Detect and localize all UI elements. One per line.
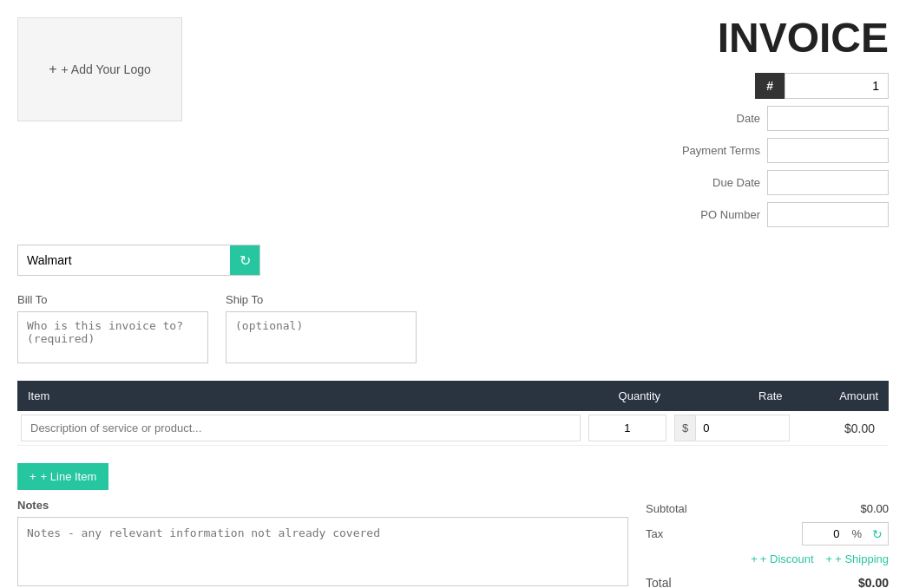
logo-upload-area[interactable]: + + Add Your Logo: [17, 17, 182, 121]
due-date-label: Due Date: [712, 176, 760, 189]
amount-header: Amount: [793, 381, 889, 411]
item-description-input[interactable]: [21, 415, 581, 441]
date-row: Date: [682, 106, 889, 131]
discount-shipping-row: + + Discount + + Shipping: [646, 552, 889, 565]
add-logo-label: + Add Your Logo: [62, 62, 151, 76]
refresh-company-button[interactable]: ↻: [230, 245, 259, 275]
plus-icon: +: [49, 62, 56, 77]
company-name-input[interactable]: [18, 246, 230, 274]
hash-label: #: [755, 73, 785, 99]
tax-refresh-icon: ↻: [872, 527, 883, 541]
rate-header: Rate: [671, 381, 793, 411]
shipping-plus-icon: +: [826, 552, 833, 565]
line-amount: $0.00: [844, 421, 882, 435]
bill-to-label: Bill To: [17, 293, 208, 306]
items-table: Item Quantity Rate Amount $: [17, 381, 889, 446]
rate-currency: $: [675, 415, 696, 441]
invoice-number-input[interactable]: [785, 73, 889, 99]
quantity-input[interactable]: [588, 415, 666, 441]
add-line-icon: +: [30, 470, 36, 483]
table-row: $ $0.00: [17, 411, 889, 446]
due-date-row: Due Date: [682, 170, 889, 195]
date-input[interactable]: [767, 106, 889, 131]
invoice-number-row: #: [755, 73, 889, 99]
discount-label: + Discount: [760, 552, 814, 565]
notes-label: Notes: [17, 499, 628, 512]
total-value: $0.00: [858, 576, 889, 588]
bottom-section: Notes Terms Subtotal $0.00 Tax % ↻: [17, 499, 889, 588]
ship-to-block: Ship To: [226, 293, 417, 363]
item-header: Item: [17, 381, 584, 411]
subtotal-value: $0.00: [860, 502, 889, 515]
notes-textarea[interactable]: [17, 517, 628, 586]
payment-terms-input[interactable]: [767, 138, 889, 163]
tax-label: Tax: [646, 527, 663, 540]
subtotal-label: Subtotal: [646, 502, 687, 515]
total-row: Total $0.00: [646, 576, 889, 588]
page-wrapper: + + Add Your Logo INVOICE # Date Payment…: [0, 0, 906, 588]
po-number-input[interactable]: [767, 202, 889, 227]
company-section: ↻: [17, 245, 889, 276]
subtotal-row: Subtotal $0.00: [646, 502, 889, 515]
po-number-row: PO Number: [682, 202, 889, 227]
summary-section: Subtotal $0.00 Tax % ↻ + + Discount: [646, 499, 889, 588]
add-line-item-button[interactable]: + + Line Item: [17, 463, 108, 490]
add-discount-button[interactable]: + + Discount: [751, 552, 813, 565]
bill-ship-section: Bill To Ship To: [17, 293, 889, 363]
ship-to-label: Ship To: [226, 293, 417, 306]
tax-input-group: % ↻: [802, 522, 889, 546]
payment-terms-label: Payment Terms: [682, 144, 760, 157]
rate-input[interactable]: [696, 415, 765, 441]
add-shipping-button[interactable]: + + Shipping: [826, 552, 889, 565]
po-number-label: PO Number: [700, 208, 760, 221]
top-section: + + Add Your Logo INVOICE # Date Payment…: [17, 17, 889, 227]
payment-terms-row: Payment Terms: [682, 138, 889, 163]
tax-refresh-button[interactable]: ↻: [867, 524, 888, 545]
date-label: Date: [737, 112, 760, 125]
due-date-input[interactable]: [767, 170, 889, 195]
ship-to-textarea[interactable]: [226, 311, 417, 363]
shipping-label: + Shipping: [835, 552, 889, 565]
bill-to-textarea[interactable]: [17, 311, 208, 363]
invoice-title: INVOICE: [718, 17, 889, 59]
tax-percent-symbol: %: [846, 523, 867, 545]
add-line-label: + Line Item: [41, 470, 97, 483]
refresh-icon: ↻: [240, 252, 251, 269]
tax-input[interactable]: [803, 523, 846, 545]
company-input-row: ↻: [17, 245, 260, 276]
bill-to-block: Bill To: [17, 293, 208, 363]
invoice-right: INVOICE # Date Payment Terms Due Date PO…: [682, 17, 889, 227]
tax-row: Tax % ↻: [646, 522, 889, 546]
total-label: Total: [646, 576, 672, 588]
rate-cell: $: [674, 415, 790, 441]
notes-and-terms-section: Notes Terms: [17, 499, 628, 588]
quantity-header: Quantity: [584, 381, 671, 411]
discount-plus-icon: +: [751, 552, 758, 565]
